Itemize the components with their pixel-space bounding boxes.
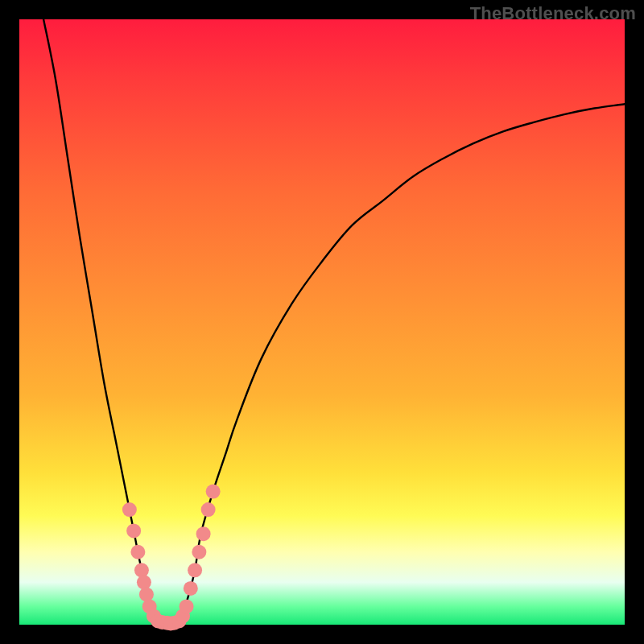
marker-dot bbox=[180, 599, 194, 613]
marker-dot bbox=[188, 563, 202, 577]
marker-dot bbox=[122, 502, 137, 517]
marker-dot bbox=[206, 485, 221, 499]
curve-right bbox=[171, 104, 625, 623]
marker-dot bbox=[139, 587, 154, 601]
marker-dot bbox=[137, 575, 151, 589]
marker-dot bbox=[134, 563, 149, 577]
curve-layer bbox=[19, 19, 625, 625]
marker-dot bbox=[196, 526, 211, 541]
marker-group bbox=[122, 485, 221, 631]
marker-dot bbox=[192, 545, 206, 559]
marker-dot bbox=[126, 523, 141, 538]
chart-frame: TheBottleneck.com bbox=[0, 0, 644, 644]
marker-dot bbox=[130, 545, 145, 559]
curve-left bbox=[43, 19, 171, 624]
marker-dot bbox=[184, 581, 198, 596]
marker-dot bbox=[201, 502, 216, 517]
